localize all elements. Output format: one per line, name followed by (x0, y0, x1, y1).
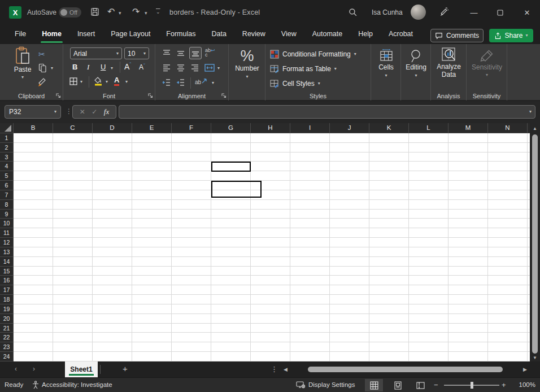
column-header-N[interactable]: N (488, 123, 528, 133)
next-sheet-icon[interactable]: › (33, 365, 35, 373)
row-header-2[interactable]: 2 (0, 143, 14, 153)
row-header-1[interactable]: 1 (0, 133, 14, 143)
comments-button[interactable]: Comments (430, 29, 484, 42)
sheet-grid[interactable] (14, 133, 530, 361)
row-header-6[interactable]: 6 (0, 181, 14, 190)
tab-home[interactable]: Home (34, 25, 69, 44)
vertical-scrollbar[interactable]: ▲ ▼ (530, 123, 540, 361)
borders-chevron-icon[interactable]: ▾ (80, 80, 82, 84)
align-left-icon[interactable] (162, 63, 171, 72)
underline-button[interactable]: U (101, 63, 106, 71)
format-as-table-button[interactable]: Format as Table ▾ (270, 63, 337, 75)
column-header-J[interactable]: J (330, 123, 369, 133)
row-header-24[interactable]: 24 (0, 352, 14, 361)
cut-icon[interactable]: ✂ (38, 50, 45, 59)
undo-chevron-icon[interactable]: ▾ (119, 10, 121, 16)
column-header-M[interactable]: M (448, 123, 488, 133)
analyze-data-button[interactable]: AnalyzeData (431, 47, 467, 79)
editing-button[interactable]: Editing ▾ (401, 49, 431, 78)
view-page-break-button[interactable] (411, 379, 429, 391)
align-right-icon[interactable] (190, 63, 199, 72)
excel-logo[interactable]: X (9, 6, 21, 19)
share-button[interactable]: Share ▾ (489, 29, 533, 42)
number-format-button[interactable]: % Number ▾ (229, 47, 265, 79)
column-header-D[interactable]: D (93, 123, 132, 133)
select-all-corner[interactable] (0, 123, 14, 133)
bottom-align-icon[interactable] (189, 47, 202, 59)
zoom-slider-handle[interactable] (471, 382, 473, 389)
row-header-5[interactable]: 5 (0, 171, 14, 181)
zoom-level[interactable]: 100% (513, 381, 535, 388)
merge-center-chevron-icon[interactable]: ▾ (217, 66, 220, 71)
bold-button[interactable]: B (72, 63, 77, 71)
copy-chevron-icon[interactable]: ▾ (51, 66, 53, 71)
undo-icon[interactable]: ↶ (107, 6, 115, 17)
scroll-right-icon[interactable]: ▶ (523, 367, 527, 372)
formula-input[interactable]: ▾ (119, 105, 535, 119)
font-dialog-launcher-icon[interactable] (147, 93, 153, 98)
row-header-8[interactable]: 8 (0, 200, 14, 210)
alignment-dialog-launcher-icon[interactable] (221, 93, 227, 98)
orientation-chevron-icon[interactable]: ▾ (212, 81, 214, 85)
view-page-layout-button[interactable] (389, 379, 407, 391)
sensitivity-button[interactable]: Sensitivity ▾ (467, 49, 507, 77)
font-color-chevron-icon[interactable]: ▾ (125, 80, 128, 84)
row-header-17[interactable]: 17 (0, 285, 14, 295)
row-header-23[interactable]: 23 (0, 342, 14, 352)
accessibility-status[interactable]: Accessibility: Investigate (42, 381, 112, 388)
scroll-down-icon[interactable]: ▼ (530, 354, 540, 361)
row-header-21[interactable]: 21 (0, 324, 14, 333)
tab-formulas[interactable]: Formulas (158, 25, 203, 44)
font-name-combobox[interactable]: Arial ▾ (70, 47, 122, 59)
scroll-left-icon[interactable]: ◀ (284, 367, 288, 372)
row-header-20[interactable]: 20 (0, 314, 14, 324)
format-painter-icon[interactable] (38, 78, 47, 87)
tab-view[interactable]: View (273, 25, 304, 44)
italic-button[interactable]: I (87, 63, 89, 72)
row-header-16[interactable]: 16 (0, 276, 14, 285)
tab-review[interactable]: Review (234, 25, 273, 44)
cell-styles-button[interactable]: Cell Styles ▾ (270, 77, 320, 90)
cancel-icon[interactable]: ✕ (80, 108, 85, 116)
save-icon[interactable] (90, 7, 99, 16)
avatar[interactable] (411, 5, 426, 20)
tab-acrobat[interactable]: Acrobat (381, 25, 421, 44)
column-header-F[interactable]: F (172, 123, 211, 133)
row-header-22[interactable]: 22 (0, 333, 14, 342)
increase-font-size-icon[interactable]: Aˆ (124, 62, 131, 71)
copy-icon[interactable] (38, 63, 47, 72)
row-header-10[interactable]: 10 (0, 219, 14, 228)
display-settings-button[interactable]: Display Settings (308, 381, 355, 388)
middle-align-icon[interactable] (176, 49, 185, 58)
horizontal-scroll-thumb[interactable] (308, 367, 503, 372)
tab-insert[interactable]: Insert (69, 25, 103, 44)
add-sheet-button[interactable]: + (123, 364, 128, 373)
row-header-9[interactable]: 9 (0, 210, 14, 219)
row-header-18[interactable]: 18 (0, 295, 14, 304)
maximize-button[interactable] (487, 0, 513, 25)
tab-file[interactable]: File (7, 25, 34, 44)
minimize-button[interactable]: — (461, 0, 487, 25)
zoom-in-button[interactable]: + (502, 381, 506, 389)
row-header-14[interactable]: 14 (0, 257, 14, 267)
column-header-H[interactable]: H (251, 123, 290, 133)
formula-bar-expand-chevron-icon[interactable]: ▾ (529, 110, 532, 114)
font-color-icon[interactable]: A (114, 76, 119, 86)
decrease-font-size-icon[interactable]: Aˇ (139, 63, 145, 71)
customize-quick-access-icon[interactable]: ⌄ (156, 9, 160, 15)
row-header-3[interactable]: 3 (0, 153, 14, 162)
wrap-text-icon[interactable]: ab↩c (205, 48, 215, 57)
search-icon[interactable] (348, 7, 358, 17)
column-header-I[interactable]: I (290, 123, 330, 133)
column-header-G[interactable]: G (211, 123, 251, 133)
zoom-out-button[interactable]: − (434, 381, 438, 389)
status-mode[interactable]: Ready (5, 381, 23, 388)
row-header-12[interactable]: 12 (0, 238, 14, 247)
column-header-B[interactable]: B (14, 123, 53, 133)
view-normal-button[interactable] (365, 379, 383, 391)
borders-icon[interactable] (69, 77, 78, 86)
scroll-up-icon[interactable]: ▲ (530, 124, 540, 132)
column-header-L[interactable]: L (409, 123, 448, 133)
column-header-E[interactable]: E (132, 123, 172, 133)
row-header-15[interactable]: 15 (0, 267, 14, 276)
